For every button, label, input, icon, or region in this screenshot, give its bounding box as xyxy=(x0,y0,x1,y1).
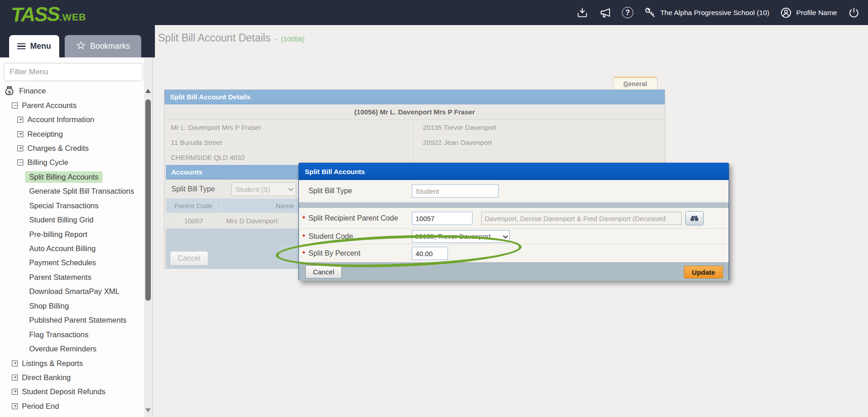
student-2: 20922 Jean Davenport xyxy=(413,135,665,149)
expand-icon[interactable] xyxy=(17,145,23,151)
split-percent-input[interactable] xyxy=(412,247,448,260)
scrollbar-thumb[interactable] xyxy=(145,99,151,301)
update-button[interactable]: Update xyxy=(684,266,723,278)
detail-row: 11 Buruda Street 20922 Jean Davenport xyxy=(164,135,665,150)
sidebar-item-charges-credits[interactable]: Charges & Credits xyxy=(0,141,144,155)
item-label: Charges & Credits xyxy=(27,144,89,153)
student-code-value: 20135, Trevor Davenport xyxy=(415,232,491,240)
school-selector[interactable]: The Alpha Progressive School (10) xyxy=(644,7,770,19)
parent-code-cell: 10057 xyxy=(166,213,221,228)
item-label: Published Parent Statements xyxy=(29,316,127,324)
collapse-icon[interactable] xyxy=(17,160,23,165)
section-divider xyxy=(299,202,729,208)
expand-icon[interactable] xyxy=(12,403,18,409)
item-label: Student Deposit Refunds xyxy=(22,387,105,396)
help-button[interactable]: ? xyxy=(622,7,633,18)
account-id-badge: (10056) xyxy=(281,35,305,43)
key-icon xyxy=(644,7,656,19)
item-label: Auto Account Billing xyxy=(29,244,96,253)
megaphone-icon[interactable] xyxy=(599,7,611,19)
sidebar-item-flag-transactions[interactable]: Flag Transactions xyxy=(0,327,144,341)
expand-icon[interactable] xyxy=(12,375,18,381)
sidebar-item-generate-split-bill-transactions[interactable]: Generate Split Bill Transactions xyxy=(0,184,144,198)
expand-icon[interactable] xyxy=(12,360,18,366)
sidebar-item-direct-banking[interactable]: Direct Banking xyxy=(0,371,144,385)
recipient-label: Split Recipient Parent Code xyxy=(308,214,398,222)
content-divider xyxy=(152,57,153,417)
scroll-down-arrow[interactable] xyxy=(145,408,151,412)
logo-suffix: .WEB xyxy=(59,12,86,23)
modal-cancel-button[interactable]: Cancel xyxy=(305,265,342,278)
school-name: The Alpha Progressive School (10) xyxy=(660,9,770,17)
item-label: Payment Schedules xyxy=(29,258,96,267)
sidebar-item-split-billing-accounts[interactable]: Split Billing Accounts xyxy=(0,170,144,184)
modal-row-split-percent: * Split By Percent xyxy=(299,244,729,263)
item-label: Flag Transactions xyxy=(29,330,88,339)
download-icon[interactable] xyxy=(576,7,588,19)
sidebar-item-download-smartapay-xml[interactable]: Download SmartaPay XML xyxy=(0,284,144,299)
required-asterisk: * xyxy=(303,233,305,240)
sidebar-item-account-information[interactable]: Account Information xyxy=(0,113,144,127)
required-asterisk: * xyxy=(303,215,305,222)
money-bag-icon: $ xyxy=(4,85,15,97)
tab-menu[interactable]: Menu xyxy=(9,35,59,57)
item-label: Listings & Reports xyxy=(22,359,83,368)
filter-menu-input[interactable] xyxy=(4,63,143,81)
modal-split-bill-type-label: Split Bill Type xyxy=(308,187,352,195)
sidebar-item-published-parent-statements[interactable]: Published Parent Statements xyxy=(0,313,144,327)
sidebar-item-finance[interactable]: $ Finance xyxy=(0,84,144,98)
item-label: Download SmartaPay XML xyxy=(29,287,119,296)
collapse-icon[interactable] xyxy=(12,103,18,108)
tab-bookmarks-label: Bookmarks xyxy=(90,41,130,51)
sidebar-item-special-transactions[interactable]: Special Transactions xyxy=(0,199,144,213)
sidebar-item-billing-cycle[interactable]: Billing Cycle xyxy=(0,155,144,170)
sidebar-item-parent-statements[interactable]: Parent Statements xyxy=(0,270,144,284)
split-percent-label: Split By Percent xyxy=(308,249,360,257)
sidebar-item-payment-schedules[interactable]: Payment Schedules xyxy=(0,256,144,270)
help-icon: ? xyxy=(622,7,633,18)
tab-bookmarks[interactable]: Bookmarks xyxy=(65,35,141,57)
sidebar-item-receipting[interactable]: Receipting xyxy=(0,127,144,141)
expand-icon[interactable] xyxy=(12,389,18,395)
item-label: Shop Billing xyxy=(29,302,69,310)
sidebar-item-overdue-reminders[interactable]: Overdue Reminders xyxy=(0,342,144,356)
scroll-up-arrow[interactable] xyxy=(145,89,151,93)
sidebar-item-setup-information[interactable]: Setup Information xyxy=(0,413,144,417)
item-label: Overdue Reminders xyxy=(29,345,97,353)
split-bill-type-input[interactable] xyxy=(412,185,498,198)
recipient-name-display xyxy=(481,211,682,225)
modal-row-student-code: * Student Code 20135, Trevor Davenport xyxy=(299,229,729,244)
item-label: Student Billing Grid xyxy=(29,216,93,224)
item-label: Special Transactions xyxy=(29,201,98,210)
tab-general[interactable]: General xyxy=(613,77,657,89)
tab-general-label: General xyxy=(623,80,647,88)
page-title-text: Split Bill Account Details xyxy=(158,32,271,44)
power-icon[interactable] xyxy=(848,7,860,19)
split-bill-type-value: Student (S) xyxy=(236,185,270,193)
parent-lookup-button[interactable] xyxy=(685,211,704,225)
col-name: Name xyxy=(221,199,297,213)
profile-menu[interactable]: Profile Name xyxy=(780,7,837,19)
sidebar-item-auto-account-billing[interactable]: Auto Account Billing xyxy=(0,242,144,256)
profile-icon xyxy=(780,7,792,19)
sidebar-item-shop-billing[interactable]: Shop Billing xyxy=(0,299,144,313)
sidebar-item-pre-billing-report[interactable]: Pre-billing Report xyxy=(0,227,144,241)
hamburger-icon xyxy=(17,43,26,49)
svg-text:$: $ xyxy=(8,89,11,94)
name-cell: Mrs D Davenport xyxy=(221,213,277,228)
sidebar-item-listings-reports[interactable]: Listings & Reports xyxy=(0,356,144,370)
recipient-parent-code-input[interactable] xyxy=(412,211,473,225)
item-label: Direct Banking xyxy=(22,373,71,382)
expand-icon[interactable] xyxy=(17,131,23,137)
accounts-cancel-button[interactable]: Cancel xyxy=(170,251,208,266)
sidebar-item-student-deposit-refunds[interactable]: Student Deposit Refunds xyxy=(0,385,144,399)
sidebar-item-parent-accounts[interactable]: Parent Accounts xyxy=(0,98,144,112)
sidebar-item-period-end[interactable]: Period End xyxy=(0,399,144,413)
modal-footer: Cancel Update xyxy=(299,263,729,281)
item-label: Parent Statements xyxy=(29,273,92,282)
split-bill-type-select[interactable]: Student (S) xyxy=(231,182,296,196)
expand-icon[interactable] xyxy=(17,117,23,123)
star-icon xyxy=(76,41,86,52)
student-code-select[interactable]: 20135, Trevor Davenport xyxy=(412,230,510,243)
sidebar-item-student-billing-grid[interactable]: Student Billing Grid xyxy=(0,213,144,227)
